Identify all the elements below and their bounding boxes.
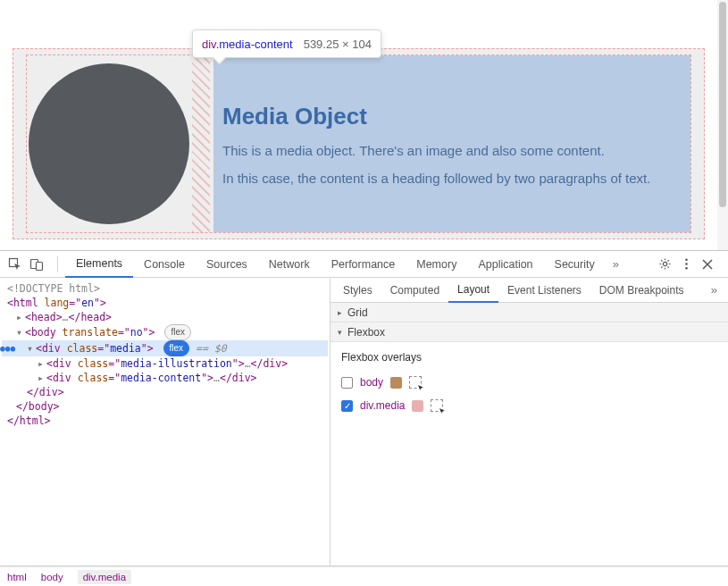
side-tab-computed[interactable]: Computed (381, 278, 448, 303)
element-inspect-tooltip: div.media-content 539.25 × 104 (192, 29, 381, 58)
caret-down-icon: ▾ (338, 328, 342, 337)
inspect-element-icon[interactable] (7, 256, 23, 272)
media-illustration-box (27, 55, 192, 232)
flexbox-section-header[interactable]: ▾ Flexbox (331, 322, 728, 342)
media-circle-image (29, 63, 189, 224)
body-open-line[interactable]: ▾<body translate="no"> flex (2, 324, 328, 340)
page-scrollbar[interactable] (717, 0, 728, 250)
tab-memory[interactable]: Memory (406, 251, 467, 278)
svg-rect-2 (37, 262, 43, 270)
flexbox-overlays-title: Flexbox overlays (341, 351, 717, 364)
grid-section-header[interactable]: ▸ Grid (331, 303, 728, 322)
media-content-highlight: Media Object This is a media object. The… (213, 55, 690, 232)
media-paragraph-2: In this case, the content is a heading f… (222, 171, 682, 186)
dom-breadcrumb-bar: html body div.media (0, 566, 728, 586)
tab-application[interactable]: Application (467, 251, 543, 278)
side-tab-layout[interactable]: Layout (448, 278, 498, 303)
dom-tree-panel[interactable]: <!DOCTYPE html> <html lang="en"> ▸<head>… (0, 278, 331, 565)
tab-console[interactable]: Console (133, 251, 196, 278)
svg-point-6 (685, 267, 688, 270)
scrollbar-thumb[interactable] (719, 2, 726, 207)
overlay-row-media: ✓ div.media (341, 396, 717, 415)
close-devtools-icon[interactable] (699, 256, 715, 272)
flex-badge-active[interactable]: flex (163, 340, 190, 356)
overlay-color-body[interactable] (390, 377, 402, 389)
tab-security[interactable]: Security (544, 251, 606, 278)
tab-elements[interactable]: Elements (65, 251, 133, 278)
devtools-panel: Elements Console Sources Network Perform… (0, 250, 728, 586)
selection-dots-icon: ●●● (0, 341, 15, 356)
settings-gear-icon[interactable] (657, 256, 673, 272)
side-tab-styles[interactable]: Styles (334, 278, 381, 303)
side-tabs-overflow-icon[interactable]: » (704, 283, 724, 297)
flex-gap-hatching (192, 55, 210, 232)
side-tab-dom-breakpoints[interactable]: DOM Breakpoints (590, 278, 693, 303)
side-panel-tabs: Styles Computed Layout Event Listeners D… (331, 278, 728, 303)
head-line[interactable]: ▸<head>…</head> (2, 310, 328, 324)
overlay-checkbox-media[interactable]: ✓ (341, 400, 353, 412)
tab-performance[interactable]: Performance (321, 251, 406, 278)
side-tab-event-listeners[interactable]: Event Listeners (498, 278, 590, 303)
tab-network[interactable]: Network (258, 251, 321, 278)
svg-point-5 (685, 263, 688, 265)
flexbox-section-label: Flexbox (347, 326, 385, 339)
html-close-line[interactable]: </html> (2, 414, 328, 428)
tooltip-class: .media-content (216, 38, 293, 51)
tooltip-dimensions: 539.25 × 104 (304, 38, 372, 51)
device-toggle-icon[interactable] (29, 256, 45, 272)
media-div-line-selected[interactable]: ●●● ▾<div class="media"> flex == $0 (2, 340, 328, 356)
kebab-menu-icon[interactable] (678, 256, 694, 272)
overlay-label-body[interactable]: body (360, 376, 383, 389)
tabs-overflow-icon[interactable]: » (606, 257, 626, 271)
media-heading: Media Object (222, 103, 682, 130)
flexbox-overlays-body: Flexbox overlays body ✓ div.media (331, 342, 728, 428)
overlay-color-media[interactable] (412, 400, 423, 412)
html-open-line[interactable]: <html lang="en"> (2, 296, 328, 310)
svg-point-3 (663, 262, 666, 265)
overlay-dashed-icon[interactable] (409, 376, 422, 389)
flex-outline-outer: div.media-content 539.25 × 104 Media Obj… (13, 48, 705, 239)
flex-outline-inner: Media Object This is a media object. The… (26, 54, 691, 233)
breadcrumb-body[interactable]: body (41, 572, 63, 582)
overlay-checkbox-body[interactable] (341, 377, 353, 389)
tab-sources[interactable]: Sources (196, 251, 258, 278)
media-illustration-line[interactable]: ▸<div class="media-illustration">…</div> (2, 356, 328, 371)
breadcrumb-media[interactable]: div.media (78, 570, 131, 584)
overlay-row-body: body (341, 373, 717, 392)
media-content-line[interactable]: ▸<div class="media-content">…</div> (2, 371, 328, 385)
overlay-dashed-icon[interactable] (431, 399, 443, 412)
breadcrumb-html[interactable]: html (7, 572, 27, 582)
doctype-line: <!DOCTYPE html> (7, 282, 100, 295)
rendered-page-preview: div.media-content 539.25 × 104 Media Obj… (0, 0, 728, 250)
tooltip-tag: div (202, 38, 216, 51)
side-panel: Styles Computed Layout Event Listeners D… (331, 278, 728, 565)
media-close-line[interactable]: </div> (2, 385, 328, 399)
flex-badge[interactable]: flex (164, 324, 191, 340)
body-close-line[interactable]: </body> (2, 399, 328, 414)
overlay-label-media[interactable]: div.media (360, 399, 405, 412)
devtools-toolbar: Elements Console Sources Network Perform… (0, 251, 728, 278)
caret-right-icon: ▸ (338, 308, 342, 317)
media-paragraph-1: This is a media object. There's an image… (222, 143, 682, 158)
grid-section-label: Grid (347, 306, 368, 319)
svg-point-4 (685, 259, 688, 262)
